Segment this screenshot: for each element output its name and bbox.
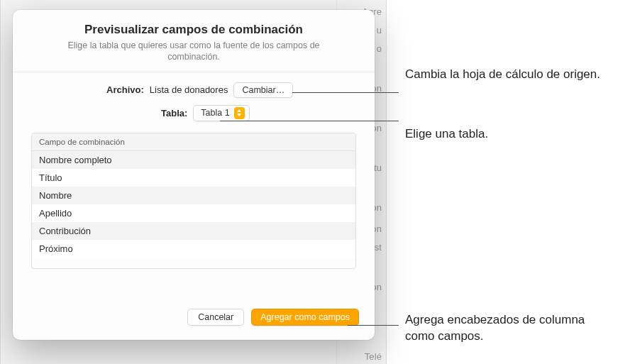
change-file-button[interactable]: Cambiar…: [233, 82, 293, 98]
callout-change-source: Cambia la hoja de cálculo de origen.: [405, 67, 600, 83]
file-row: Archivo: Lista de donadores Cambiar…: [31, 82, 356, 98]
bg-fragment: o: [377, 40, 382, 58]
dialog-body: Archivo: Lista de donadores Cambiar… Tab…: [13, 72, 375, 299]
table-label: Tabla:: [138, 108, 187, 118]
callout-add-headers: Agrega encabezados de columna como campo…: [405, 312, 604, 345]
cancel-button-label: Cancelar: [198, 312, 233, 322]
table-select-popup[interactable]: Tabla 1: [193, 105, 249, 121]
add-as-fields-button[interactable]: Agregar como campos: [251, 309, 359, 326]
table-row[interactable]: Nombre: [32, 187, 355, 204]
dialog-footer: Cancelar Agregar como campos: [13, 299, 375, 340]
add-as-fields-button-label: Agregar como campos: [260, 312, 350, 322]
table-row[interactable]: Nombre completo: [32, 151, 355, 169]
table-row[interactable]: Título: [32, 169, 355, 187]
file-value: Lista de donadores: [150, 84, 228, 95]
table-row[interactable]: Apellido: [32, 204, 355, 222]
callout-choose-table: Elige una tabla.: [405, 126, 488, 143]
merge-fields-column-header: Campo de combinación: [32, 133, 355, 151]
bg-fragment: u: [377, 21, 382, 40]
bg-fragment: st: [375, 238, 382, 257]
table-row[interactable]: Próximo: [32, 240, 355, 258]
table-row: Tabla: Tabla 1: [31, 105, 356, 121]
up-down-arrows-icon: [234, 107, 245, 119]
merge-fields-table: Campo de combinación Nombre completo Tít…: [31, 133, 356, 269]
callout-line: [348, 325, 399, 326]
table-row[interactable]: Contribución: [32, 222, 355, 240]
bg-fragment: tu: [374, 159, 382, 177]
callout-line: [292, 92, 399, 93]
callout-line: [220, 121, 399, 121]
table-select-value: Tabla 1: [201, 108, 229, 118]
dialog-header: Previsualizar campos de combinación Elig…: [13, 10, 375, 72]
file-label: Archivo:: [94, 84, 144, 95]
bg-fragment: Telé: [365, 348, 382, 364]
cancel-button[interactable]: Cancelar: [187, 309, 244, 326]
merge-fields-rows: Nombre completo Título Nombre Apellido C…: [32, 151, 355, 258]
dialog-title: Previsualizar campos de combinación: [30, 23, 358, 37]
change-file-button-label: Cambiar…: [242, 85, 284, 95]
merge-fields-preview-dialog: Previsualizar campos de combinación Elig…: [13, 10, 375, 340]
dialog-subtitle: Elige la tabla que quieres usar como la …: [52, 40, 336, 63]
